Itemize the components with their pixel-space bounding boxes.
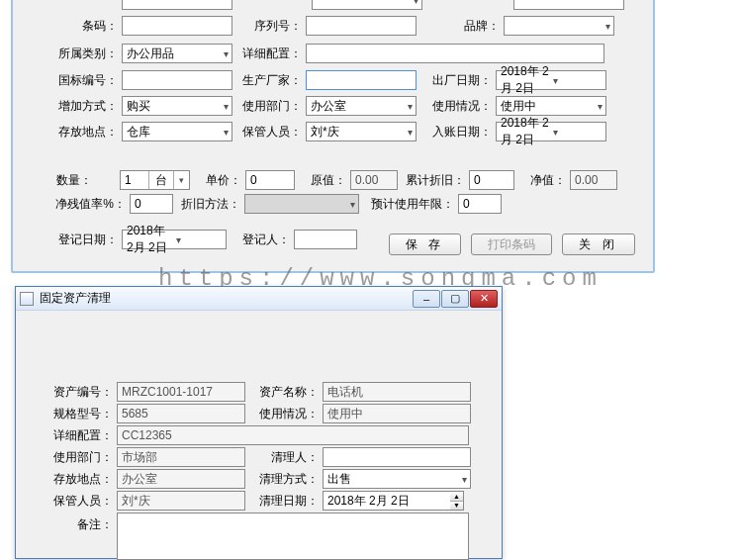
w2-detail-label: 详细配置：: [16, 427, 113, 444]
chevron-down-icon: ▾: [173, 171, 189, 189]
chevron-down-icon: ▾: [553, 127, 602, 138]
dispose-method-select[interactable]: [323, 469, 471, 489]
orig-label: 原值：: [303, 172, 346, 189]
qty-stepper[interactable]: 1 台 ▾: [120, 170, 190, 190]
date-stepper[interactable]: ▲ ▼: [450, 491, 464, 511]
registrar-input[interactable]: [294, 230, 357, 249]
asset-disposal-window: 固定资产清理 – ▢ ✕ 资产编号： 资产名称： 规格型号： 使用情况： 详细配…: [15, 286, 503, 559]
book-date-value: 2018年 2月 2日: [501, 115, 549, 148]
dept-select[interactable]: [306, 96, 417, 116]
price-label: 单价：: [198, 172, 241, 189]
maximize-button[interactable]: ▢: [441, 290, 469, 308]
net-label: 净值：: [522, 172, 566, 189]
dept-label: 使用部门：: [242, 98, 302, 115]
qty-value: 1: [121, 171, 148, 189]
add-method-label: 增加方式：: [13, 98, 118, 115]
asset-no-label: 资产编号：: [16, 384, 113, 401]
est-years-input[interactable]: [458, 194, 502, 214]
detail-input[interactable]: [306, 44, 604, 63]
app-icon: [20, 292, 34, 306]
save-button[interactable]: 保 存: [389, 233, 461, 255]
custodian-label: 保管人员：: [242, 124, 302, 140]
net-input: [570, 170, 617, 190]
minimize-button[interactable]: –: [413, 290, 440, 308]
depr-method-select-wrap: [244, 194, 359, 214]
w2-custodian-input: [117, 491, 245, 511]
price-input[interactable]: [245, 170, 295, 190]
location-select[interactable]: [122, 122, 232, 141]
dispose-date-value: 2018年 2月 2日: [327, 493, 446, 510]
input-top-cut3[interactable]: [513, 0, 624, 10]
factory-date-value: 2018年 2月 2日: [501, 63, 549, 97]
w2-custodian-label: 保管人员：: [16, 493, 113, 510]
category-select-wrap: [122, 44, 232, 63]
chevron-down-icon: ▾: [553, 75, 602, 86]
factory-date-picker[interactable]: 2018年 2月 2日 ▾: [496, 70, 606, 90]
manufacturer-label: 生产厂家：: [242, 72, 302, 89]
add-method-select[interactable]: [122, 96, 232, 116]
window-title: 固定资产清理: [40, 290, 412, 307]
titlebar[interactable]: 固定资产清理 – ▢ ✕: [16, 287, 502, 311]
dept-select-wrap: [306, 96, 417, 116]
residual-input[interactable]: [130, 194, 173, 214]
brand-select[interactable]: [504, 16, 614, 36]
depr-method-label: 折旧方法：: [181, 196, 240, 213]
w2-location-input: [117, 469, 245, 489]
barcode-input[interactable]: [122, 16, 232, 36]
w2-detail-input: [117, 425, 469, 445]
residual-label: 净残值率%：: [13, 196, 126, 213]
handler-label: 清理人：: [251, 449, 319, 466]
print-barcode-button[interactable]: 打印条码: [471, 233, 552, 255]
reg-date-label: 登记日期：: [13, 232, 118, 248]
depr-sum-label: 累计折旧：: [406, 172, 465, 189]
category-label: 所属类别：: [13, 46, 118, 62]
input-top-cut1[interactable]: [122, 0, 232, 10]
asset-register-panel: 条码： 序列号： 品牌： 所属类别： 详细配置： 国标编号： 生产厂家： 出厂日…: [11, 0, 655, 273]
chevron-down-icon[interactable]: ▼: [450, 502, 463, 511]
handler-input[interactable]: [323, 447, 471, 467]
chevron-down-icon: ▾: [176, 234, 222, 245]
detail-label: 详细配置：: [242, 46, 302, 62]
book-date-picker[interactable]: 2018年 2月 2日 ▾: [496, 122, 606, 141]
barcode-label: 条码：: [13, 18, 118, 35]
close-button[interactable]: 关 闭: [562, 233, 634, 255]
reg-date-picker[interactable]: 2018年 2月 2日 ▾: [122, 230, 227, 249]
est-years-label: 预计使用年限：: [367, 196, 454, 213]
w2-status-input: [323, 404, 471, 423]
remark-label: 备注：: [16, 513, 113, 533]
brand-select-wrap: [504, 16, 614, 36]
orig-input: [350, 170, 398, 190]
location-select-wrap: [122, 122, 232, 141]
qty-unit: 台: [148, 171, 173, 189]
custodian-select[interactable]: [306, 122, 417, 141]
select-top-cut2-wrap: [312, 0, 422, 10]
remark-textarea[interactable]: [117, 513, 469, 560]
seq-input[interactable]: [306, 16, 417, 36]
registrar-label: 登记人：: [234, 232, 290, 248]
manufacturer-input[interactable]: [306, 70, 417, 90]
spec-input: [117, 404, 245, 423]
national-code-label: 国标编号：: [13, 72, 118, 89]
dispose-date-label: 清理日期：: [251, 493, 319, 510]
factory-date-label: 出厂日期：: [432, 72, 492, 89]
seq-label: 序列号：: [242, 18, 302, 35]
dispose-method-label: 清理方式：: [251, 471, 319, 488]
category-select[interactable]: [122, 44, 232, 63]
depr-sum-input[interactable]: [469, 170, 514, 190]
status-label: 使用情况：: [432, 98, 492, 115]
chevron-up-icon[interactable]: ▲: [450, 492, 463, 502]
reg-date-value: 2018年 2月 2日: [127, 223, 172, 256]
national-code-input[interactable]: [122, 70, 232, 90]
status-select[interactable]: [496, 96, 606, 116]
location-label: 存放地点：: [13, 124, 118, 140]
qty-label: 数量：: [13, 172, 92, 189]
dispose-date-picker[interactable]: 2018年 2月 2日: [323, 491, 451, 511]
w2-dept-label: 使用部门：: [16, 449, 113, 466]
close-window-button[interactable]: ✕: [470, 290, 498, 308]
depr-method-select[interactable]: [244, 194, 359, 214]
select-top-cut2[interactable]: [312, 0, 422, 10]
w2-location-label: 存放地点：: [16, 471, 113, 488]
status-select-wrap: [496, 96, 606, 116]
dispose-method-select-wrap: [323, 469, 471, 489]
spec-label: 规格型号：: [16, 406, 113, 422]
